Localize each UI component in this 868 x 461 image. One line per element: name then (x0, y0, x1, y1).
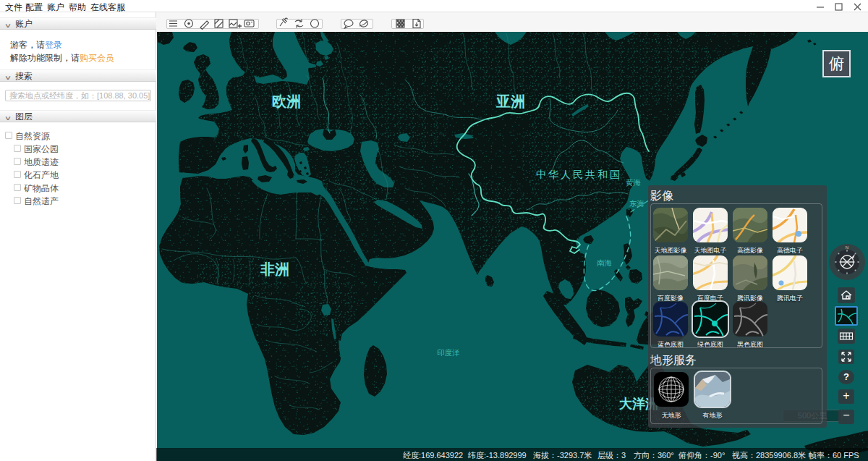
svg-text:南海: 南海 (597, 258, 613, 267)
svg-text:黄海: 黄海 (626, 178, 642, 187)
svg-text:印度洋: 印度洋 (437, 348, 460, 357)
svg-text:亚洲: 亚洲 (495, 93, 525, 109)
svg-text:非洲: 非洲 (260, 261, 289, 277)
svg-text:N: N (846, 245, 848, 250)
svg-text:东海: 东海 (629, 199, 645, 208)
svg-text:中华人民共和国: 中华人民共和国 (536, 169, 622, 180)
svg-text:欧洲: 欧洲 (272, 93, 301, 109)
